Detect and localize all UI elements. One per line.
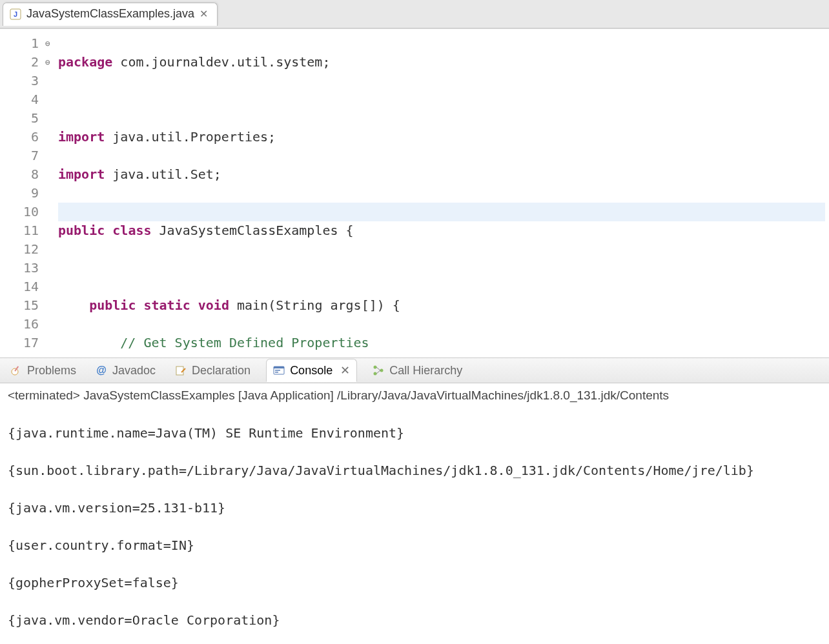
- tab-console[interactable]: Console ✕: [266, 359, 357, 382]
- svg-rect-7: [275, 370, 280, 371]
- bottom-views-bar: Problems @ Javadoc Declaration Console ✕…: [0, 357, 829, 383]
- fold-mark[interactable]: ⊖: [45, 53, 57, 72]
- tab-javadoc[interactable]: @ Javadoc: [92, 361, 159, 380]
- console-line: {java.runtime.name=Java(TM) SE Runtime E…: [8, 424, 821, 443]
- fold-mark[interactable]: ⊖: [45, 34, 57, 53]
- console-icon: [273, 365, 285, 376]
- console-line: {java.vm.vendor=Oracle Corporation}: [8, 611, 821, 630]
- ln: 17: [0, 334, 39, 352]
- code-line[interactable]: package com.journaldev.util.system;: [58, 53, 825, 72]
- code-line[interactable]: public static void main(String args[]) {: [58, 296, 825, 315]
- code-line[interactable]: [58, 90, 825, 109]
- problems-icon: [10, 365, 22, 376]
- close-icon[interactable]: ✕: [340, 363, 350, 377]
- ln: 15: [0, 296, 39, 315]
- ln: 16: [0, 315, 39, 334]
- console-line: {java.vm.version=25.131-b11}: [8, 499, 821, 518]
- editor-tab[interactable]: J JavaSystemClassExamples.java ✕: [3, 3, 218, 26]
- ln: 4: [0, 90, 39, 109]
- svg-rect-8: [275, 372, 278, 373]
- code-line[interactable]: [58, 203, 825, 221]
- code-area[interactable]: package com.journaldev.util.system; impo…: [57, 29, 829, 357]
- fold-gutter: ⊖ ⊖: [45, 29, 57, 357]
- declaration-icon: [175, 365, 187, 376]
- view-label: Declaration: [192, 364, 251, 377]
- ln: 1: [0, 34, 39, 53]
- tab-call-hierarchy[interactable]: Call Hierarchy: [369, 361, 466, 380]
- code-line[interactable]: [58, 259, 825, 277]
- ln: 13: [0, 259, 39, 277]
- svg-text:J: J: [14, 10, 17, 18]
- editor-tab-bar: J JavaSystemClassExamples.java ✕: [0, 0, 829, 28]
- ln: 12: [0, 240, 39, 259]
- view-label: Call Hierarchy: [389, 364, 462, 377]
- line-number-gutter: 1 2 3 4 5 6 7 8 9 10 11 12 13 14 15 16 1…: [0, 29, 45, 357]
- view-label: Console: [290, 364, 333, 377]
- console-output[interactable]: {java.runtime.name=Java(TM) SE Runtime E…: [0, 405, 829, 644]
- ln: 5: [0, 109, 39, 128]
- console-line: {sun.boot.library.path=/Library/Java/Jav…: [8, 461, 821, 480]
- console-line: {user.country.format=IN}: [8, 536, 821, 555]
- view-label: Javadoc: [112, 364, 156, 377]
- code-line[interactable]: import java.util.Properties;: [58, 128, 825, 146]
- javadoc-icon: @: [96, 365, 107, 376]
- svg-rect-6: [274, 367, 284, 368]
- ln: 10: [0, 203, 39, 221]
- console-header: <terminated> JavaSystemClassExamples [Ja…: [0, 383, 829, 405]
- editor-tab-label: JavaSystemClassExamples.java: [26, 7, 194, 21]
- svg-point-11: [380, 369, 384, 372]
- ln: 2: [0, 53, 39, 72]
- close-icon[interactable]: ✕: [200, 8, 208, 20]
- code-line[interactable]: // Get System Defined Properties: [58, 334, 825, 352]
- ln: 8: [0, 165, 39, 184]
- call-hierarchy-icon: [373, 365, 384, 376]
- ln: 9: [0, 184, 39, 203]
- code-line[interactable]: import java.util.Set;: [58, 165, 825, 184]
- ln: 6: [0, 128, 39, 146]
- code-editor[interactable]: 1 2 3 4 5 6 7 8 9 10 11 12 13 14 15 16 1…: [0, 28, 829, 357]
- tab-problems[interactable]: Problems: [6, 361, 80, 380]
- code-line[interactable]: public class JavaSystemClassExamples {: [58, 221, 825, 240]
- svg-point-2: [12, 368, 18, 375]
- ln: 7: [0, 146, 39, 165]
- ln: 11: [0, 221, 39, 240]
- java-file-icon: J: [10, 8, 21, 20]
- svg-point-10: [374, 372, 377, 376]
- ln: 14: [0, 277, 39, 296]
- ln: 3: [0, 72, 39, 90]
- view-label: Problems: [27, 364, 76, 377]
- console-line: {gopherProxySet=false}: [8, 574, 821, 592]
- svg-point-9: [374, 366, 377, 369]
- tab-declaration[interactable]: Declaration: [171, 361, 254, 380]
